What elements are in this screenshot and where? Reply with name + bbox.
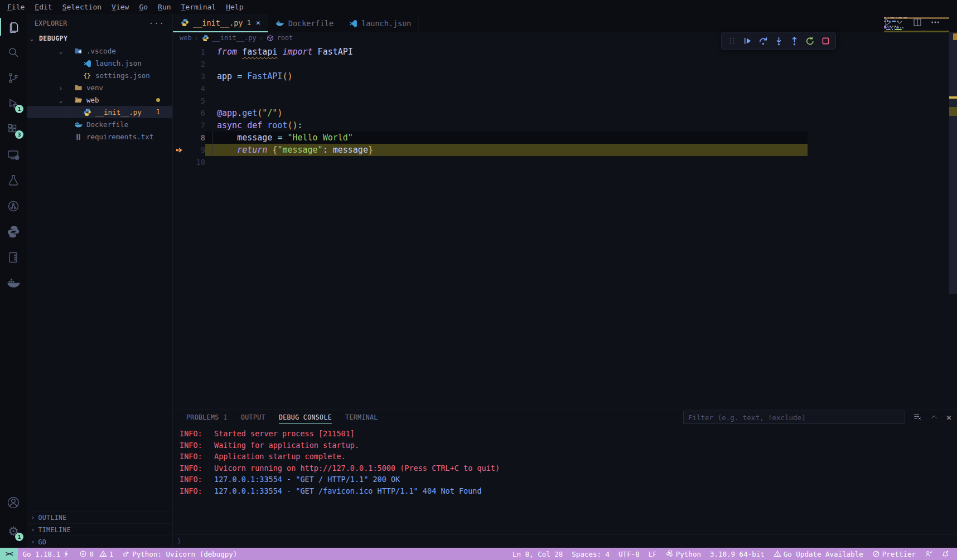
tree-item--init-py[interactable]: __init__.py1 [27, 106, 172, 118]
sidebar-section-go[interactable]: ›GO [27, 535, 172, 548]
statusbar-cursor-position[interactable]: Ln 8, Col 28 [508, 548, 567, 560]
statusbar-prettier[interactable]: Prettier [868, 548, 920, 560]
tab--init-py[interactable]: __init__.py1× [173, 14, 268, 32]
debug-toolbar-grip-icon[interactable] [725, 35, 738, 48]
tab-launch-json[interactable]: launch.json [341, 14, 419, 32]
remote-indicator[interactable]: >< [0, 548, 18, 560]
sidebar-section-outline[interactable]: ›OUTLINE [27, 511, 172, 523]
panel-tab-output[interactable]: OUTPUT [234, 410, 272, 425]
tree-item-web[interactable]: ⌄web [27, 94, 172, 106]
line-number[interactable]: 2 [185, 58, 205, 70]
statusbar-go-update[interactable]: Go Update Available [769, 548, 868, 560]
line-number[interactable]: 10 [185, 156, 205, 168]
debug-restart-button[interactable] [803, 35, 816, 48]
statusbar-notifications[interactable] [937, 548, 954, 560]
statusbar-language-mode[interactable]: Python [661, 548, 705, 560]
debug-console-input[interactable]: 〉 [173, 534, 957, 548]
statusbar-feedback[interactable] [920, 548, 937, 560]
statusbar-go-version[interactable]: Go 1.18.1 [18, 548, 75, 560]
line-number[interactable]: 3 [185, 70, 205, 82]
menu-edit[interactable]: Edit [30, 0, 57, 14]
python-file-icon [83, 108, 91, 116]
breadcrumb-label: __init__.py [212, 34, 256, 42]
tab-dockerfile[interactable]: Dockerfile [268, 14, 341, 32]
clear-console-icon[interactable] [913, 412, 922, 423]
tree-item--vscode[interactable]: ⌄.vscode [27, 45, 172, 57]
statusbar-problems[interactable]: 01 [75, 548, 118, 560]
tree-item-dockerfile[interactable]: Dockerfile [27, 118, 172, 130]
line-number[interactable]: 7 [185, 119, 205, 132]
sidebar-section-timeline[interactable]: ›TIMELINE [27, 523, 172, 535]
menu-file[interactable]: File [2, 0, 30, 14]
statusbar-encoding[interactable]: UTF-8 [614, 548, 644, 560]
activitybar-run-and-debug[interactable]: 1 [0, 91, 27, 116]
statusbar-debug-session[interactable]: Python: Uvicorn (debugpy) [118, 548, 241, 560]
sidebar-more-icon[interactable]: ··· [149, 19, 165, 28]
line-number[interactable]: 9 [185, 144, 205, 156]
line-number[interactable]: 6 [185, 107, 205, 119]
close-panel-icon[interactable]: ✕ [946, 412, 951, 422]
code-line-7[interactable]: 7async def root(): [173, 119, 957, 132]
tree-item-venv[interactable]: ›venv [27, 81, 172, 94]
panel-tab-problems[interactable]: PROBLEMS1 [180, 410, 234, 425]
breadcrumb-item-root[interactable]: root [265, 33, 293, 42]
debug-stop-button[interactable] [819, 35, 832, 48]
debug-step-out-button[interactable] [787, 35, 801, 48]
debug-step-over-button[interactable] [756, 35, 770, 48]
menu-selection[interactable]: Selection [57, 0, 107, 14]
activitybar-search[interactable] [0, 40, 27, 65]
panel-tab-label: DEBUG CONSOLE [279, 410, 332, 425]
activitybar-docker[interactable] [0, 270, 27, 296]
code-line-3[interactable]: 3app = FastAPI() [173, 70, 957, 82]
menu-help[interactable]: Help [221, 0, 248, 14]
tree-item-settings-json[interactable]: {}settings.json [27, 69, 172, 81]
tree-item-requirements-txt[interactable]: requirements.txt [27, 130, 172, 143]
chevron-down-icon: ⌄ [59, 98, 62, 104]
line-number[interactable]: 5 [185, 95, 205, 107]
maximize-panel-icon[interactable] [930, 412, 939, 423]
close-icon[interactable]: × [256, 18, 260, 27]
line-number[interactable]: 4 [185, 82, 205, 95]
activitybar-remote-explorer[interactable] [0, 142, 27, 168]
activitybar-settings[interactable]: ⚙1 [0, 519, 27, 544]
tree-root-debugpy[interactable]: ⌄DEBUGPY [27, 32, 172, 45]
code-line-5[interactable]: 5 [173, 95, 957, 107]
minimap[interactable] [884, 14, 949, 410]
activitybar-notebook[interactable] [0, 245, 27, 270]
menu-run[interactable]: Run [153, 0, 176, 14]
activitybar-source-control[interactable] [0, 65, 27, 91]
code-line-9[interactable]: 9 return {"message": message} [173, 144, 957, 156]
editor-scrollbar[interactable] [949, 14, 957, 410]
menu-view[interactable]: View [107, 0, 134, 14]
statusbar-indentation[interactable]: Spaces: 4 [567, 548, 614, 560]
activitybar-accounts[interactable] [0, 490, 27, 515]
breadcrumb-item--init-py[interactable]: __init__.py [201, 33, 256, 42]
folder-file-icon [74, 83, 83, 92]
statusbar-python-interpreter[interactable]: 3.10.9 64-bit [705, 548, 769, 560]
activitybar-explorer[interactable] [0, 14, 27, 40]
statusbar-eol[interactable]: LF [644, 548, 661, 560]
breadcrumb-item-web[interactable]: web [180, 34, 192, 42]
panel-tab-debug-console[interactable]: DEBUG CONSOLE [272, 410, 339, 425]
scrollbar-thumb[interactable] [949, 32, 957, 294]
panel-tab-terminal[interactable]: TERMINAL [339, 410, 385, 425]
menu-terminal[interactable]: Terminal [176, 0, 221, 14]
code-line-2[interactable]: 2 [173, 58, 957, 70]
code-editor[interactable]: 1from fastapi import FastAPI23app = Fast… [173, 43, 957, 410]
activitybar-extensions[interactable]: 3 [0, 116, 27, 142]
debug-continue-button[interactable] [741, 35, 754, 48]
menu-go[interactable]: Go [134, 0, 153, 14]
line-number[interactable]: 8 [185, 132, 205, 144]
line-number[interactable]: 1 [185, 46, 205, 58]
activitybar-testing[interactable] [0, 168, 27, 193]
activitybar-python[interactable] [0, 219, 27, 245]
tree-item-launch-json[interactable]: launch.json [27, 57, 172, 69]
activitybar-resource-graph[interactable] [0, 193, 27, 219]
code-line-8[interactable]: 8 message = "Hello World" [173, 132, 957, 144]
console-filter-input[interactable] [683, 411, 905, 424]
code-line-4[interactable]: 4 [173, 82, 957, 95]
debug-step-into-button[interactable] [772, 35, 785, 48]
code-line-1[interactable]: 1from fastapi import FastAPI [173, 46, 957, 58]
code-line-6[interactable]: 6@app.get("/") [173, 107, 957, 119]
code-line-10[interactable]: 10 [173, 156, 957, 168]
